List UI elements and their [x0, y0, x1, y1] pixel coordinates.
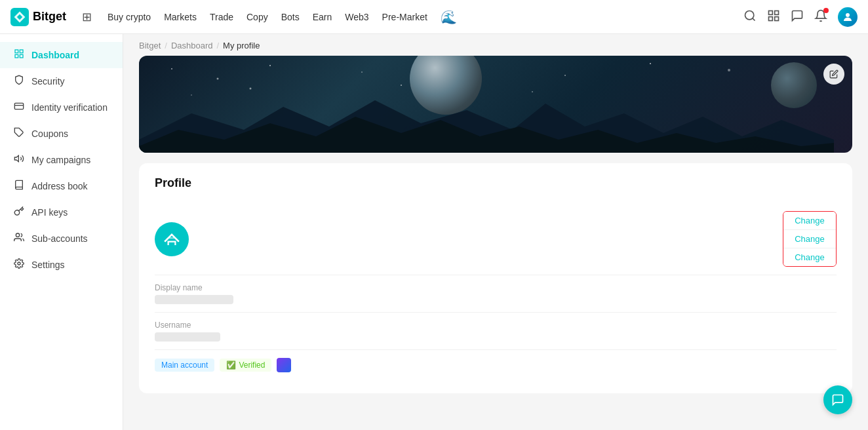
svg-point-24: [650, 63, 651, 64]
logo-text: Bitget: [33, 10, 66, 24]
nav-markets[interactable]: Markets: [164, 12, 197, 22]
change-display-name-button[interactable]: Change: [783, 230, 836, 248]
sidebar-label-dashboard: Dashboard: [31, 50, 79, 60]
main-account-badge: Main account: [155, 359, 214, 372]
grid-icon[interactable]: ⊞: [82, 10, 92, 24]
nav-right: [743, 7, 858, 27]
svg-point-7: [846, 13, 850, 17]
svg-point-20: [269, 65, 271, 66]
messages-icon[interactable]: [791, 9, 804, 25]
profile-banner: [139, 56, 852, 153]
svg-point-25: [728, 69, 730, 71]
nft-avatar-badge: [277, 358, 291, 372]
svg-point-23: [564, 75, 566, 76]
svg-point-17: [18, 262, 20, 265]
logo[interactable]: Bitget: [10, 8, 66, 26]
dashboard-icon: [13, 49, 25, 62]
badges-container: Main account ✅ Verified: [155, 358, 291, 372]
api-keys-icon: [13, 206, 25, 219]
display-name-value: [155, 295, 233, 304]
promo-icon[interactable]: 🌊: [441, 9, 457, 25]
svg-point-30: [532, 91, 533, 92]
nav-buy-crypto[interactable]: Buy crypto: [108, 12, 151, 22]
svg-rect-4: [775, 10, 779, 14]
badges-row: Main account ✅ Verified: [155, 350, 837, 380]
svg-point-19: [217, 78, 219, 80]
sidebar-label-identity: Identity verification: [31, 102, 108, 113]
change-username-button[interactable]: Change: [783, 248, 836, 266]
svg-line-2: [753, 18, 755, 20]
breadcrumb-sep-1: /: [165, 41, 167, 50]
sidebar-label-address-book: Address book: [31, 181, 88, 191]
svg-rect-12: [14, 103, 23, 109]
svg-point-21: [361, 71, 363, 73]
top-navigation: Bitget ⊞ Buy crypto Markets Trade Copy B…: [0, 0, 868, 34]
banner-edit-button[interactable]: [823, 64, 844, 85]
svg-rect-9: [20, 50, 23, 53]
user-avatar[interactable]: [838, 7, 858, 27]
campaigns-icon: [13, 153, 25, 166]
breadcrumb-bitget[interactable]: Bitget: [139, 41, 161, 50]
nav-trade[interactable]: Trade: [210, 12, 233, 22]
svg-point-31: [160, 227, 184, 251]
coupons-icon: [13, 127, 25, 140]
nav-copy[interactable]: Copy: [247, 12, 268, 22]
svg-marker-15: [14, 155, 18, 161]
sidebar-item-settings[interactable]: Settings: [0, 252, 123, 278]
identity-icon: [13, 101, 25, 114]
nav-earn[interactable]: Earn: [313, 12, 332, 22]
nav-web3[interactable]: Web3: [345, 12, 368, 22]
svg-point-29: [401, 85, 402, 86]
verified-check-icon: ✅: [226, 361, 236, 370]
sidebar-label-coupons: Coupons: [31, 128, 68, 139]
sidebar-item-address-book[interactable]: Address book: [0, 173, 123, 199]
sidebar-item-sub-accounts[interactable]: Sub-accounts: [0, 225, 123, 252]
username-value: [155, 332, 220, 342]
display-name-row: Display name: [155, 275, 837, 313]
sidebar-label-settings: Settings: [31, 260, 65, 270]
profile-avatar: [155, 222, 189, 256]
sidebar-label-sub-accounts: Sub-accounts: [31, 233, 88, 244]
change-buttons-group: Change Change Change: [783, 211, 837, 267]
nav-premarket[interactable]: Pre-Market: [382, 12, 427, 22]
sidebar-item-dashboard[interactable]: Dashboard: [0, 42, 123, 68]
svg-rect-3: [769, 10, 773, 14]
display-name-label: Display name: [155, 283, 233, 292]
notification-badge: [823, 8, 829, 13]
sidebar-item-campaigns[interactable]: My campaigns: [0, 147, 123, 173]
svg-point-16: [16, 233, 19, 237]
svg-point-28: [250, 88, 252, 90]
nav-bots[interactable]: Bots: [281, 12, 300, 22]
username-label: Username: [155, 321, 220, 330]
sidebar-item-api-keys[interactable]: API keys: [0, 199, 123, 225]
profile-title: Profile: [155, 176, 837, 190]
svg-point-18: [171, 68, 172, 69]
search-icon[interactable]: [743, 9, 757, 25]
address-book-icon: [13, 180, 25, 193]
profile-section: Profile Change Change Change: [139, 163, 852, 393]
main-layout: Dashboard Security Identity verification…: [0, 34, 868, 430]
sidebar-item-security[interactable]: Security: [0, 68, 123, 94]
notifications-icon[interactable]: [814, 9, 827, 25]
svg-rect-6: [775, 16, 779, 20]
mountain-silhouette: [139, 94, 834, 153]
security-icon: [13, 75, 25, 88]
sidebar-label-security: Security: [31, 76, 65, 87]
sidebar-item-coupons[interactable]: Coupons: [0, 121, 123, 147]
svg-rect-11: [20, 54, 23, 58]
svg-rect-10: [15, 54, 18, 58]
sidebar-label-campaigns: My campaigns: [31, 155, 90, 165]
verified-badge: ✅ Verified: [220, 359, 271, 372]
sidebar-item-identity[interactable]: Identity verification: [0, 94, 123, 121]
breadcrumb-dashboard[interactable]: Dashboard: [171, 41, 213, 50]
breadcrumb: Bitget / Dashboard / My profile: [123, 34, 868, 56]
avatar-row: Change Change Change: [155, 203, 837, 275]
change-avatar-button[interactable]: Change: [783, 212, 836, 230]
svg-rect-5: [769, 16, 773, 20]
sub-accounts-icon: [13, 232, 25, 245]
breadcrumb-current: My profile: [223, 41, 260, 50]
orders-icon[interactable]: [767, 9, 780, 25]
support-button[interactable]: [823, 385, 852, 414]
breadcrumb-sep-2: /: [216, 41, 219, 50]
main-content: Bitget / Dashboard / My profile: [123, 34, 868, 430]
